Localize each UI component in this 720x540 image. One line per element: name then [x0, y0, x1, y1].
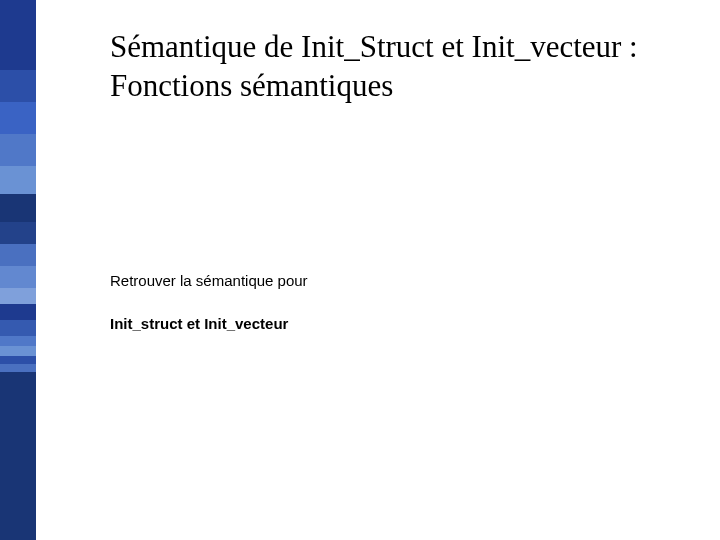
title-line-1: Sémantique de Init_Struct et Init_vecteu… — [110, 29, 638, 64]
sidebar-block — [0, 364, 36, 372]
sidebar-block — [0, 166, 36, 194]
sidebar-block — [0, 244, 36, 266]
sidebar-block — [0, 304, 36, 320]
sidebar-block — [0, 102, 36, 134]
title-block: Sémantique de Init_Struct et Init_vecteu… — [110, 28, 696, 106]
sidebar-block — [0, 194, 36, 222]
sidebar-block — [0, 372, 36, 540]
body-text-line-1: Retrouver la sémantique pour — [110, 272, 308, 289]
sidebar-block — [0, 222, 36, 244]
sidebar-block — [0, 288, 36, 304]
sidebar-block — [0, 70, 36, 102]
sidebar-block — [0, 134, 36, 166]
slide: Sémantique de Init_Struct et Init_vecteu… — [0, 0, 720, 540]
decorative-sidebar — [0, 0, 36, 540]
sidebar-block — [0, 336, 36, 346]
sidebar-block — [0, 346, 36, 356]
sidebar-block — [0, 266, 36, 288]
sidebar-block — [0, 320, 36, 336]
sidebar-block — [0, 0, 36, 70]
title-line-2: Fonctions sémantiques — [110, 68, 393, 103]
body-text-line-2: Init_struct et Init_vecteur — [110, 315, 288, 332]
slide-title: Sémantique de Init_Struct et Init_vecteu… — [110, 28, 696, 106]
sidebar-block — [0, 356, 36, 364]
